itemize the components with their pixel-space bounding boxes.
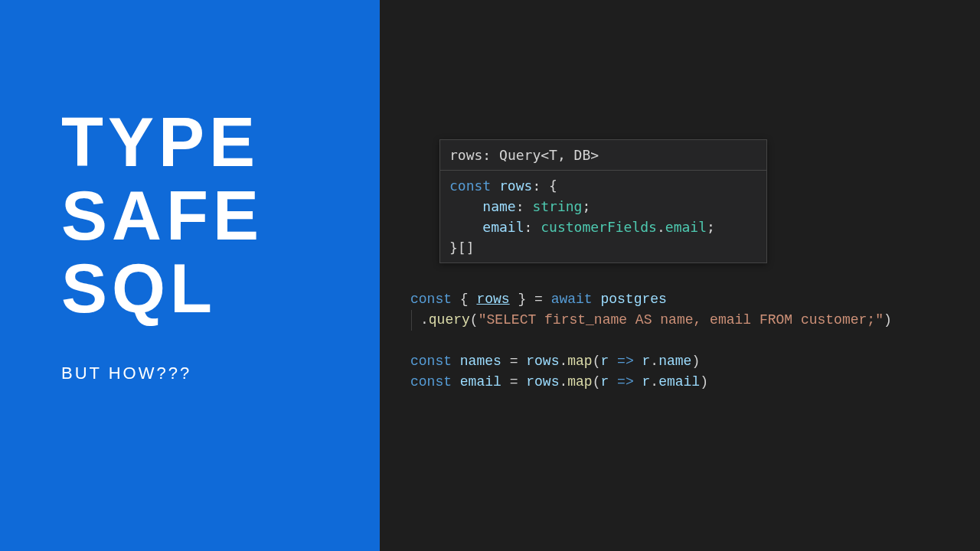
code-token: rows (526, 354, 559, 369)
code-token: => (617, 354, 634, 369)
code-block: const { rows } = await postgres.query("S… (410, 289, 892, 393)
code-token: query (429, 312, 470, 328)
code-token: ( (470, 312, 479, 328)
code-token (634, 354, 642, 369)
code-token: > (590, 147, 599, 163)
code-token: ( (593, 354, 601, 369)
code-token: name (482, 198, 515, 214)
code-token: const (410, 354, 460, 369)
code-token: ) (691, 354, 700, 369)
hover-line: }[] (449, 237, 757, 258)
code-token: email (482, 219, 524, 235)
indent-guide (411, 310, 420, 331)
code-token: "SELECT first_name AS name, email FROM c… (479, 312, 884, 328)
code-token: => (617, 374, 634, 390)
code-line: const email = rows.map(r => r.email) (410, 372, 892, 393)
code-token: r (600, 374, 609, 390)
code-token: . (657, 219, 665, 235)
code-token: : (482, 147, 499, 163)
code-line: .query("SELECT first_name AS name, email… (410, 310, 892, 331)
code-token: rows (526, 374, 559, 390)
code-editor-panel: rows: Query<T, DB> const rows: { name: s… (380, 0, 980, 551)
title-line-2: SAFE (61, 181, 380, 253)
hover-line: const rows: { (449, 175, 757, 196)
code-token: ) (884, 312, 892, 328)
code-token: ) (700, 374, 708, 390)
code-token: email (665, 219, 707, 235)
code-token: r (600, 354, 609, 369)
code-token: const (410, 374, 460, 390)
code-token: rows (476, 292, 509, 307)
hover-header: rows: Query<T, DB> (440, 140, 766, 170)
code-token: const (449, 178, 499, 194)
code-token: . (650, 374, 658, 390)
code-line: const names = rows.map(r => r.name) (410, 351, 892, 372)
code-token (609, 354, 617, 369)
code-token (449, 198, 482, 214)
code-token: rows (449, 147, 482, 163)
code-token: map (567, 374, 592, 390)
code-token: : (524, 219, 541, 235)
code-token (609, 374, 617, 390)
code-token: Query (499, 147, 541, 163)
code-token: }[] (449, 240, 475, 256)
code-token: , (557, 147, 574, 163)
code-token: r (642, 354, 651, 369)
code-token: customerFields (541, 219, 657, 235)
code-token: await (551, 292, 601, 307)
code-token: . (559, 374, 567, 390)
code-token: rows (499, 178, 532, 194)
code-token: T (549, 147, 557, 163)
code-line: const { rows } = await postgres (410, 289, 892, 310)
code-token: . (420, 312, 429, 328)
slide: TYPE SAFE SQL BUT HOW??? rows: Query<T, … (0, 0, 980, 551)
hover-line: name: string; (449, 196, 757, 217)
code-token: = (501, 374, 526, 390)
code-token: r (642, 374, 651, 390)
code-token: = (501, 354, 526, 369)
code-token: . (559, 354, 567, 369)
code-token: email (658, 374, 700, 390)
code-token: const (410, 292, 460, 307)
code-token: ; (707, 219, 715, 235)
code-token: map (567, 354, 592, 369)
code-token: DB (574, 147, 591, 163)
code-token: } = (510, 292, 551, 307)
code-token: string (532, 198, 582, 214)
code-token: : { (532, 178, 557, 194)
code-token: names (460, 354, 501, 369)
code-token (449, 219, 482, 235)
title-line-1: TYPE (61, 107, 380, 179)
code-token: . (650, 354, 658, 369)
code-token: name (658, 354, 691, 369)
title-line-3: SQL (61, 253, 380, 325)
code-token: ( (593, 374, 601, 390)
code-token: postgres (600, 292, 666, 307)
slide-title: TYPE SAFE SQL (61, 107, 380, 327)
hover-body: const rows: { name: string; email: custo… (440, 170, 766, 262)
code-line (410, 331, 892, 351)
type-hover-tooltip: rows: Query<T, DB> const rows: { name: s… (439, 139, 767, 263)
code-token: : (516, 198, 533, 214)
title-panel: TYPE SAFE SQL BUT HOW??? (0, 0, 380, 551)
code-token: < (541, 147, 549, 163)
code-token (634, 374, 642, 390)
slide-subtitle: BUT HOW??? (61, 364, 380, 383)
hover-line: email: customerFields.email; (449, 217, 757, 237)
code-token: email (460, 374, 501, 390)
code-token: { (460, 292, 477, 307)
code-token: ; (582, 198, 590, 214)
